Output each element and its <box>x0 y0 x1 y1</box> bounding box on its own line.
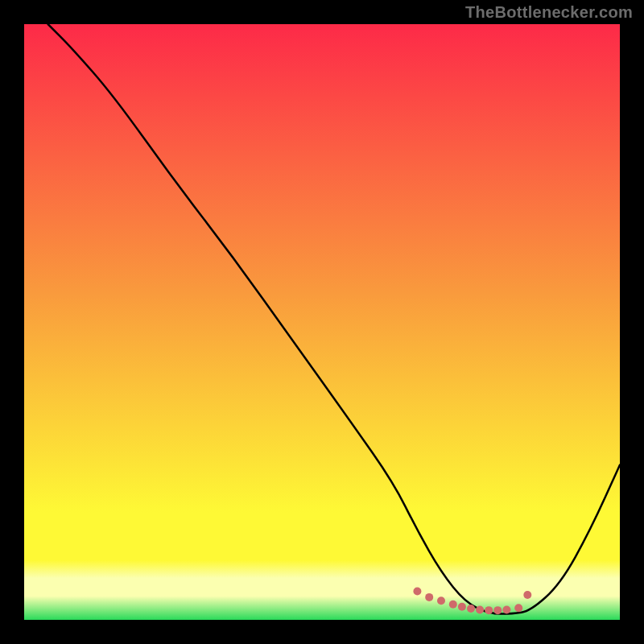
valley-dot <box>437 597 445 605</box>
attribution-label: TheBottlenecker.com <box>465 3 633 22</box>
valley-dot <box>514 604 522 612</box>
valley-dot <box>493 606 502 614</box>
valley-dot <box>467 605 475 613</box>
valley-dot <box>476 605 484 613</box>
chart-frame: TheBottlenecker.com <box>0 0 644 644</box>
plot-area <box>24 24 620 620</box>
plot-svg <box>24 24 620 620</box>
valley-dot <box>413 587 421 595</box>
valley-dot <box>523 591 531 599</box>
valley-dot <box>485 606 493 614</box>
valley-dot <box>458 603 466 611</box>
valley-dot <box>425 593 433 601</box>
gradient-background <box>24 24 620 620</box>
valley-dot <box>449 601 457 609</box>
valley-dot <box>502 605 510 613</box>
